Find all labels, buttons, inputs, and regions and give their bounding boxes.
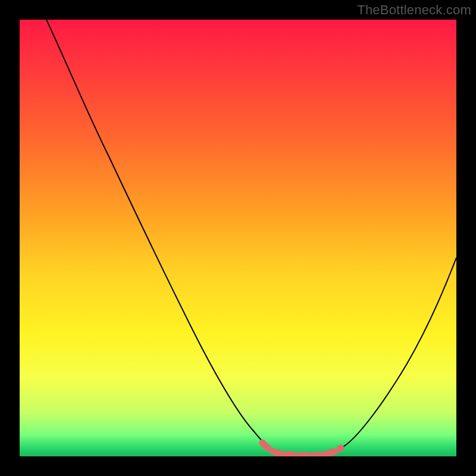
plot-area: [20, 20, 456, 456]
v-curve: [46, 20, 456, 455]
watermark-text: TheBottleneck.com: [357, 2, 471, 18]
chart-stage: TheBottleneck.com: [0, 0, 476, 476]
curve-layer: [20, 20, 456, 456]
highlight-segment: [262, 443, 341, 455]
